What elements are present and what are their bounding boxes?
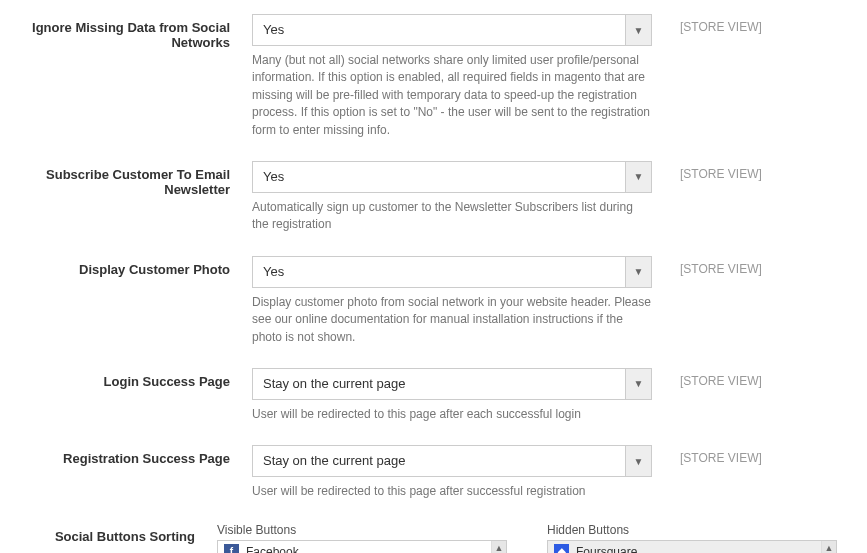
chevron-down-icon: ▼ (625, 257, 651, 287)
scope-label: [STORE VIEW] (652, 161, 762, 181)
registration-success-label: Registration Success Page (30, 445, 252, 466)
select-value: Yes (253, 162, 625, 192)
visible-buttons-title: Visible Buttons (217, 523, 507, 537)
select-value: Yes (253, 15, 625, 45)
scrollbar[interactable]: ▲ ▼ (821, 541, 836, 553)
chevron-down-icon: ▼ (625, 446, 651, 476)
display-photo-help: Display customer photo from social netwo… (252, 294, 652, 346)
registration-success-help: User will be redirected to this page aft… (252, 483, 652, 500)
scope-label: [STORE VIEW] (652, 256, 762, 276)
subscribe-newsletter-select[interactable]: Yes ▼ (252, 161, 652, 193)
select-value: Yes (253, 257, 625, 287)
scope-label: [STORE VIEW] (652, 445, 762, 465)
scroll-up-icon[interactable]: ▲ (492, 541, 506, 553)
ignore-missing-label: Ignore Missing Data from Social Networks (30, 14, 252, 50)
ignore-missing-help: Many (but not all) social networks share… (252, 52, 652, 139)
display-photo-select[interactable]: Yes ▼ (252, 256, 652, 288)
display-photo-label: Display Customer Photo (30, 256, 252, 277)
registration-success-select[interactable]: Stay on the current page ▼ (252, 445, 652, 477)
list-item[interactable]: fFacebook (218, 541, 491, 553)
hidden-buttons-title: Hidden Buttons (547, 523, 837, 537)
chevron-down-icon: ▼ (625, 369, 651, 399)
hidden-buttons-listbox[interactable]: ◆FoursquaretTumblr⬓DropboxaAmazon ▲ ▼ (547, 540, 837, 553)
list-item-label: Facebook (246, 545, 299, 553)
facebook-icon: f (224, 544, 239, 553)
chevron-down-icon: ▼ (625, 15, 651, 45)
scrollbar[interactable]: ▲ ▼ (491, 541, 506, 553)
ignore-missing-select[interactable]: Yes ▼ (252, 14, 652, 46)
login-success-select[interactable]: Stay on the current page ▼ (252, 368, 652, 400)
social-sorting-label: Social Buttons Sorting (30, 523, 217, 544)
subscribe-newsletter-label: Subscribe Customer To Email Newsletter (30, 161, 252, 197)
list-item-label: Foursquare (576, 545, 637, 553)
subscribe-newsletter-help: Automatically sign up customer to the Ne… (252, 199, 652, 234)
select-value: Stay on the current page (253, 369, 625, 399)
login-success-help: User will be redirected to this page aft… (252, 406, 652, 423)
visible-buttons-listbox[interactable]: fFacebooktTwittergGoogleplusinLinkedin ▲… (217, 540, 507, 553)
login-success-label: Login Success Page (30, 368, 252, 389)
select-value: Stay on the current page (253, 446, 625, 476)
foursquare-icon: ◆ (554, 544, 569, 553)
list-item[interactable]: ◆Foursquare (548, 541, 821, 553)
scroll-up-icon[interactable]: ▲ (822, 541, 836, 553)
chevron-down-icon: ▼ (625, 162, 651, 192)
scope-label: [STORE VIEW] (652, 14, 762, 34)
scope-label: [STORE VIEW] (652, 368, 762, 388)
